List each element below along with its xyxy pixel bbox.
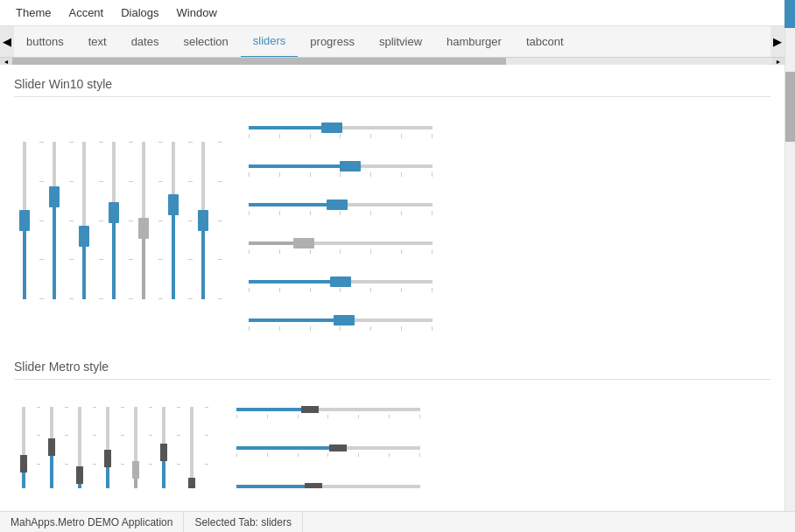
menubar: Theme Accent Dialogs Window: [0, 0, 784, 26]
vslider-metro-2[interactable]: [42, 407, 61, 488]
metro-sliders-section: [14, 390, 770, 488]
menu-window[interactable]: Window: [168, 3, 226, 23]
vslider-win10-3[interactable]: [74, 142, 95, 299]
statusbar: MahApps.Metro DEMO Application Selected …: [0, 511, 795, 532]
hslider-win10-3[interactable]: [249, 192, 433, 218]
hscroll-thumb[interactable]: [12, 58, 506, 65]
hslider-win10-6[interactable]: [249, 307, 433, 333]
main-content: Slider Win10 style: [0, 65, 784, 488]
tab-selection[interactable]: selection: [171, 26, 240, 58]
vslider-metro-1[interactable]: [14, 407, 33, 488]
hscroll-track[interactable]: [12, 58, 772, 65]
hscroll-right-btn[interactable]: ►: [772, 58, 784, 65]
vslider-metro-7[interactable]: [182, 407, 201, 488]
tab-hamburger[interactable]: hamburger: [434, 26, 514, 58]
win10-horizontal-sliders: [249, 108, 433, 333]
statusbar-app-name: MahApps.Metro DEMO Application: [0, 512, 184, 533]
hslider-metro-2[interactable]: [236, 436, 420, 460]
right-scrollbar-thumb[interactable]: [785, 72, 795, 142]
vslider-win10-1[interactable]: [14, 142, 35, 299]
hscroll-left-btn[interactable]: ◄: [0, 58, 12, 65]
win10-vertical-sliders: [14, 108, 214, 333]
tab-tabcont[interactable]: tabcont: [514, 26, 576, 58]
tab-progress[interactable]: progress: [298, 26, 367, 58]
vslider-metro-5[interactable]: [126, 407, 145, 488]
hslider-win10-5[interactable]: [249, 269, 433, 295]
metro-horizontal-sliders: [236, 390, 420, 488]
tab-text[interactable]: text: [76, 26, 119, 58]
hslider-win10-4[interactable]: [249, 230, 433, 256]
tab-splitview[interactable]: splitview: [367, 26, 434, 58]
metro-section: Slider Metro style: [0, 347, 784, 488]
vslider-metro-4[interactable]: [98, 407, 117, 488]
menu-theme[interactable]: Theme: [7, 3, 60, 23]
tab-buttons[interactable]: buttons: [14, 26, 76, 58]
content-area: Theme Accent Dialogs Window ◀ buttons te…: [0, 0, 784, 511]
vslider-win10-2[interactable]: [44, 142, 65, 299]
app-window: M MAHAPPS.METRO - DEMO APPLIC... Flyouts…: [0, 0, 795, 532]
tabs-container: ◀ buttons text dates selection sliders p…: [0, 26, 784, 58]
win10-section-header: Slider Win10 style: [14, 65, 770, 97]
vslider-win10-5[interactable]: [133, 142, 154, 299]
metro-vertical-sliders: [14, 390, 201, 488]
tab-sliders[interactable]: sliders: [241, 26, 299, 58]
hslider-win10-1[interactable]: [249, 115, 433, 141]
right-scrollbar[interactable]: [784, 28, 795, 511]
tabs-scroll-right[interactable]: ▶: [770, 26, 784, 58]
statusbar-selected-tab: Selected Tab: sliders: [184, 512, 303, 533]
vslider-win10-4[interactable]: [103, 142, 124, 299]
win10-section: Slider Win10 style: [0, 65, 784, 347]
menu-dialogs[interactable]: Dialogs: [112, 3, 167, 23]
menu-accent[interactable]: Accent: [60, 3, 112, 23]
tabs-scroll-left[interactable]: ◀: [0, 26, 14, 58]
hslider-metro-1[interactable]: [236, 397, 420, 422]
hslider-metro-3[interactable]: [236, 474, 420, 488]
tabs-inner: buttons text dates selection sliders pro…: [14, 26, 770, 58]
vslider-metro-3[interactable]: [70, 407, 89, 488]
hslider-win10-2[interactable]: [249, 153, 433, 179]
win10-sliders-section: [14, 108, 770, 347]
vslider-win10-7[interactable]: [193, 142, 214, 299]
metro-section-header: Slider Metro style: [14, 347, 770, 380]
hscrollbar[interactable]: ◄ ►: [0, 58, 784, 65]
vslider-metro-6[interactable]: [154, 407, 173, 488]
tab-dates[interactable]: dates: [119, 26, 172, 58]
vslider-win10-6[interactable]: [163, 142, 184, 299]
